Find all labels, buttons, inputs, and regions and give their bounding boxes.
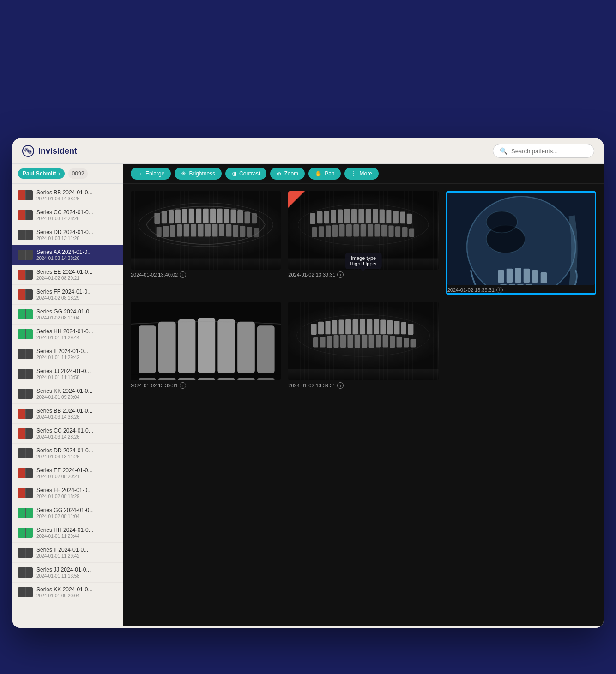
series-item-0[interactable]: Series BB 2024-01-0...2024-01-03 14:38:2… — [12, 186, 123, 205]
series-item-15[interactable]: Series FF 2024-01-0...2024-01-02 08:18:2… — [12, 483, 123, 503]
info-icon-2[interactable]: i — [337, 271, 344, 278]
logo-area: Invisident — [22, 144, 77, 157]
tool-btn-zoom[interactable]: ⊕Zoom — [270, 168, 305, 180]
info-icon-1[interactable]: i — [180, 271, 186, 278]
svg-rect-113 — [408, 324, 414, 335]
tool-btn-more[interactable]: ⋮More — [344, 168, 378, 180]
series-name-8: Series II 2024-01-0... — [36, 348, 117, 355]
search-input[interactable] — [511, 148, 587, 155]
series-item-17[interactable]: Series HH 2024-01-0...2024-01-01 11:29:4… — [12, 523, 123, 543]
svg-rect-93 — [198, 378, 216, 380]
svg-rect-61 — [389, 225, 394, 237]
series-item-7[interactable]: Series HH 2024-01-0...2024-01-01 11:29:4… — [12, 325, 123, 344]
tool-btn-enlarge[interactable]: ↔Enlarge — [131, 168, 171, 180]
lateral-svg — [447, 193, 595, 285]
series-name-19: Series JJ 2024-01-0... — [36, 566, 117, 573]
svg-rect-31 — [247, 227, 252, 237]
svg-rect-94 — [217, 378, 235, 380]
svg-rect-40 — [344, 209, 350, 223]
dropdown-icon: › — [58, 170, 60, 177]
series-thumb-19 — [18, 567, 33, 578]
svg-rect-107 — [367, 319, 373, 335]
series-item-5[interactable]: Series FF 2024-01-0...2024-01-02 08:18:2… — [12, 285, 123, 305]
image-card-4[interactable]: 2024-01-02 13:39:31 i — [131, 302, 281, 389]
svg-rect-70 — [523, 269, 529, 283]
svg-rect-97 — [288, 302, 438, 369]
svg-rect-73 — [500, 284, 506, 285]
series-thumb-10 — [18, 389, 33, 399]
svg-rect-28 — [226, 224, 231, 237]
svg-rect-86 — [217, 319, 235, 373]
contrast-icon: ◑ — [232, 170, 236, 177]
series-info-13: Series DD 2024-01-0...2024-01-03 13:11:2… — [36, 447, 117, 459]
info-icon-5[interactable]: i — [337, 382, 344, 389]
info-icon-4[interactable]: i — [180, 382, 186, 389]
series-item-20[interactable]: Series KK 2024-01-0...2024-01-01 09:20:0… — [12, 583, 123, 602]
svg-rect-67 — [498, 270, 504, 283]
zoom-icon: ⊕ — [277, 170, 281, 177]
svg-rect-110 — [387, 320, 393, 334]
series-name-6: Series GG 2024-01-0... — [36, 308, 117, 315]
series-info-8: Series II 2024-01-0...2024-01-01 11:29:4… — [36, 348, 117, 360]
series-item-14[interactable]: Series EE 2024-01-0...2024-01-02 08:20:2… — [12, 463, 123, 483]
series-item-3[interactable]: Series AA 2024-01-0...2024-01-03 14:38:2… — [12, 245, 123, 265]
series-item-19[interactable]: Series JJ 2024-01-0...2024-01-01 11:13:5… — [12, 563, 123, 583]
logo-icon — [22, 144, 35, 157]
svg-rect-88 — [257, 325, 275, 373]
svg-rect-114 — [313, 337, 318, 347]
series-date-9: 2024-01-01 11:13:58 — [36, 375, 117, 380]
series-thumb-17 — [18, 528, 33, 538]
series-item-6[interactable]: Series GG 2024-01-0...2024-01-02 08:11:0… — [12, 305, 123, 325]
image-card-5[interactable]: 2024-01-02 13:39:31 i — [288, 302, 438, 389]
patient-badge[interactable]: Paul Schmitt › — [18, 168, 65, 179]
series-name-18: Series II 2024-01-0... — [36, 547, 117, 553]
more-icon: ⋮ — [351, 170, 356, 177]
series-thumb-9 — [18, 369, 33, 379]
svg-rect-48 — [400, 212, 405, 224]
info-icon-3[interactable]: i — [496, 287, 503, 293]
svg-rect-30 — [240, 226, 245, 237]
series-name-10: Series KK 2024-01-0... — [36, 388, 117, 394]
series-item-18[interactable]: Series II 2024-01-0...2024-01-01 11:29:4… — [12, 543, 123, 563]
series-item-10[interactable]: Series KK 2024-01-0...2024-01-01 09:20:0… — [12, 384, 123, 404]
svg-rect-3 — [154, 213, 160, 224]
series-info-7: Series HH 2024-01-0...2024-01-01 11:29:4… — [36, 328, 117, 340]
timestamp-5: 2024-01-02 13:39:31 i — [288, 382, 438, 389]
series-item-11[interactable]: Series BB 2024-01-0...2024-01-03 14:38:2… — [12, 404, 123, 424]
svg-rect-41 — [351, 209, 357, 223]
series-name-4: Series EE 2024-01-0... — [36, 269, 117, 275]
svg-rect-112 — [401, 322, 406, 335]
tool-btn-brightness[interactable]: ☀Brightness — [175, 168, 222, 180]
series-thumb-13 — [18, 448, 33, 458]
series-date-7: 2024-01-01 11:29:44 — [36, 335, 117, 340]
image-card-2[interactable]: Image type Right Upper 2024-01-02 13:39:… — [288, 191, 438, 295]
series-item-9[interactable]: Series JJ 2024-01-0...2024-01-01 11:13:5… — [12, 364, 123, 384]
svg-rect-128 — [411, 339, 416, 347]
series-item-2[interactable]: Series DD 2024-01-0...2024-01-03 13:11:2… — [12, 225, 123, 245]
image-card-1[interactable]: 2024-01-02 13:40:02 i — [131, 191, 281, 295]
panoramic-svg-2 — [288, 191, 438, 259]
svg-rect-74 — [508, 284, 514, 285]
series-item-16[interactable]: Series GG 2024-01-0...2024-01-02 08:11:0… — [12, 503, 123, 523]
tool-btn-contrast[interactable]: ◑Contrast — [225, 168, 266, 180]
tool-btn-pan[interactable]: ✋Pan — [308, 168, 341, 180]
svg-rect-123 — [376, 335, 381, 347]
series-thumb-3 — [18, 250, 33, 260]
svg-rect-68 — [506, 269, 512, 283]
search-box[interactable]: 🔍 — [493, 144, 594, 158]
svg-rect-49 — [407, 214, 412, 224]
series-item-8[interactable]: Series II 2024-01-0...2024-01-01 11:29:4… — [12, 344, 123, 364]
svg-rect-43 — [366, 209, 371, 223]
tool-label-0: Enlarge — [145, 170, 164, 177]
series-item-1[interactable]: Series CC 2024-01-0...2024-01-03 14:28:2… — [12, 205, 123, 225]
panoramic-svg-1 — [131, 191, 281, 259]
series-item-4[interactable]: Series EE 2024-01-0...2024-01-02 08:20:2… — [12, 265, 123, 285]
image-card-3[interactable]: 2024-01-02 13:39:31 i — [446, 191, 596, 295]
series-name-14: Series EE 2024-01-0... — [36, 467, 117, 474]
series-date-3: 2024-01-03 14:38:26 — [36, 256, 117, 261]
series-item-12[interactable]: Series CC 2024-01-0...2024-01-03 14:28:2… — [12, 424, 123, 444]
svg-rect-27 — [219, 224, 224, 236]
svg-rect-85 — [198, 318, 216, 373]
series-item-13[interactable]: Series DD 2024-01-0...2024-01-03 13:11:2… — [12, 444, 123, 463]
bitewing-svg — [131, 302, 281, 380]
